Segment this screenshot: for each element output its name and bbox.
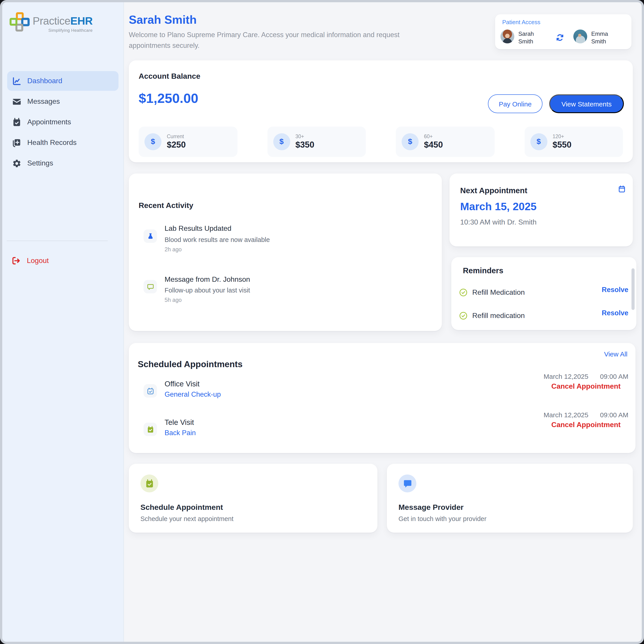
patient-access-title: Patient Access [502,19,540,25]
aging-bucket-current: $ Current $250 [139,127,237,157]
resolve-link[interactable]: Resolve [602,309,628,317]
aging-buckets: $ Current $250 $ 30+ $350 $ 60+ $450 [139,127,623,157]
page-title: Sarah Smith [129,13,197,27]
sidebar-item-dashboard[interactable]: Dashboard [7,71,119,91]
sidebar-item-label: Dashboard [27,77,62,85]
avatar[interactable] [500,30,514,43]
brand-wordmark: PracticeEHR [33,15,93,27]
chart-line-icon [12,76,21,86]
calendar-check-icon [12,117,21,127]
bucket-label: 30+ [295,134,314,139]
sidebar-item-messages[interactable]: Messages [7,92,119,111]
bucket-label: Current [167,134,186,139]
appointment-reason-link[interactable]: Back Pain [165,429,196,437]
sidebar: PracticeEHR Simplifying Healthcare Dashb… [2,2,124,642]
activity-item-time: 5h ago [165,297,182,303]
sidebar-item-label: Messages [27,97,60,106]
calendar-check-green-icon [144,423,157,436]
pay-online-button[interactable]: Pay Online [488,94,542,113]
sidebar-item-label: Appointments [27,118,71,126]
activity-item-description: Follow-up about your last visit [165,287,250,294]
aging-bucket-120: $ 120+ $550 [524,127,623,157]
app-window: PracticeEHR Simplifying Healthcare Dashb… [0,0,644,644]
activity-item-time: 2h ago [165,246,182,253]
avatar[interactable] [573,30,587,43]
account-balance-title: Account Balance [139,72,200,81]
bucket-amount: $550 [553,140,572,150]
dollar-icon: $ [402,133,419,150]
aging-bucket-30: $ 30+ $350 [267,127,366,157]
logout-label: Logout [27,257,49,265]
schedule-appointment-card[interactable]: Schedule Appointment Schedule your next … [129,464,377,533]
activity-item-title: Lab Results Updated [165,225,231,233]
quick-action-description: Get in touch with your provider [398,515,486,522]
quick-action-description: Schedule your next appointment [140,515,233,522]
view-statements-button[interactable]: View Statements [549,94,624,113]
message-provider-card[interactable]: Message Provider Get in touch with your … [387,464,633,533]
comment-icon [144,280,157,293]
sidebar-item-label: Health Records [27,139,77,147]
health-records-icon [12,138,21,147]
calendar-plus-icon [140,475,158,492]
bucket-amount: $350 [295,140,314,150]
recent-activity-card: Recent Activity Lab Results Updated Bloo… [129,174,442,331]
sidebar-nav: Dashboard Messages Appointments Health R… [7,71,119,174]
brand-logo: PracticeEHR Simplifying Healthcare [9,12,93,33]
view-all-link[interactable]: View All [604,350,627,358]
appointment-schedule-info: March 12,2025 09:00 AM Cancel Appointmen… [544,373,628,390]
next-appointment-card: Next Appointment March 15, 2025 10:30 AM… [449,174,633,246]
check-circle-icon [459,288,468,297]
scheduled-appointments-title: Scheduled Appointments [138,359,243,369]
appointment-schedule-info: March 12,2025 09:00 AM Cancel Appointmen… [544,411,628,429]
sidebar-item-settings[interactable]: Settings [7,153,119,173]
appointment-date: March 12,2025 [544,411,588,419]
brand-tagline: Simplifying Healthcare [33,28,93,33]
reminders-scrollbar[interactable] [631,268,635,310]
appointment-reason-link[interactable]: General Check-up [165,390,221,398]
welcome-message: Welcome to Plano Supreme Primary Care. A… [129,30,424,51]
recent-activity-title: Recent Activity [139,201,193,210]
aging-bucket-60: $ 60+ $450 [396,127,494,157]
quick-action-title: Message Provider [398,503,464,512]
calendar-check-blue-icon [144,384,157,398]
patient-access-card: Patient Access Sarah Smith Emma Smith [495,14,631,49]
appointment-time: 09:00 AM [600,411,628,419]
next-appointment-date: March 15, 2025 [460,200,537,213]
appointment-date: March 12,2025 [544,373,588,380]
appointment-type: Office Visit [165,380,200,388]
next-appointment-title: Next Appointment [460,186,527,195]
bucket-label: 60+ [424,134,443,139]
patient-name: Emma Smith [591,30,608,45]
calendar-icon [618,185,626,193]
sidebar-item-label: Settings [27,159,53,167]
sidebar-item-appointments[interactable]: Appointments [7,112,119,132]
quick-action-title: Schedule Appointment [140,503,223,512]
account-balance-total: $1,250.00 [139,91,198,106]
dollar-icon: $ [144,133,161,150]
bucket-amount: $450 [424,140,443,150]
account-balance-card: Account Balance $1,250.00 Pay Online Vie… [129,60,633,162]
cancel-appointment-link[interactable]: Cancel Appointment [551,421,621,429]
dollar-icon: $ [530,133,547,150]
sidebar-item-health-records[interactable]: Health Records [7,133,119,153]
logout-button[interactable]: Logout [12,252,49,270]
bucket-amount: $250 [167,140,186,150]
appointment-time: 09:00 AM [600,373,628,380]
reminders-title: Reminders [463,266,503,275]
check-circle-icon [459,311,468,320]
chat-bubble-icon [398,475,416,492]
reminders-card: Reminders Refill Medication Resolve Refi… [451,257,636,330]
next-appointment-details: 10:30 AM with Dr. Smith [460,218,536,226]
practice-ehr-logo-icon [9,12,30,33]
scheduled-appointments-card: View All Scheduled Appointments Office V… [129,343,636,453]
reminder-label: Refill medication [472,312,525,320]
cancel-appointment-link[interactable]: Cancel Appointment [551,382,621,390]
dollar-icon: $ [273,133,290,150]
swap-patients-icon[interactable] [556,34,564,42]
patient-name: Sarah Smith [518,30,534,45]
gear-icon [12,159,21,168]
reminder-label: Refill Medication [472,288,525,297]
resolve-link[interactable]: Resolve [602,286,628,294]
flask-icon [144,229,157,243]
bucket-label: 120+ [553,134,572,139]
